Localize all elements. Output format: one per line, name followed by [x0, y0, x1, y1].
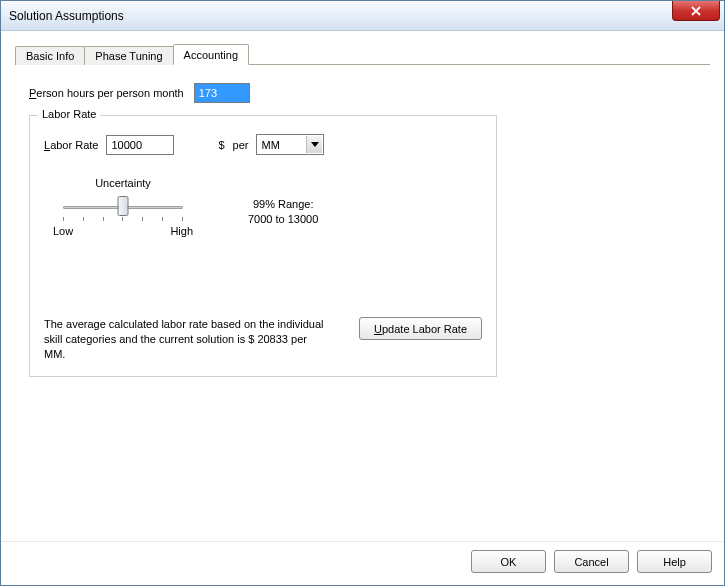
range-title: 99% Range: [248, 197, 318, 212]
labor-rate-row: Labor Rate $ per MM [44, 134, 482, 155]
slider-labels: Low High [53, 225, 193, 237]
button-bar: OK Cancel Help [1, 541, 724, 585]
content-area: Basic Info Phase Tuning Accounting Perso… [1, 31, 724, 541]
labor-bottom-row: The average calculated labor rate based … [44, 317, 482, 362]
uncertainty-slider-block: Uncertainty Low High [48, 177, 198, 237]
per-label: per [233, 139, 249, 151]
tab-accounting[interactable]: Accounting [173, 44, 249, 65]
person-hours-row: Person hours per person month [29, 83, 696, 103]
slider-thumb[interactable] [118, 196, 129, 216]
titlebar: Solution Assumptions [1, 1, 724, 31]
person-hours-label: Person hours per person month [29, 87, 184, 99]
labor-rate-legend: Labor Rate [38, 108, 100, 120]
range-values: 7000 to 13000 [248, 212, 318, 227]
tab-phase-tuning[interactable]: Phase Tuning [84, 46, 173, 65]
uncertainty-block: Uncertainty Low High [48, 177, 482, 237]
chevron-down-icon [306, 136, 322, 153]
labor-rate-group: Labor Rate Labor Rate $ per MM [29, 115, 497, 377]
tab-basic-info[interactable]: Basic Info [15, 46, 85, 65]
labor-rate-label: Labor Rate [44, 139, 98, 151]
labor-description: The average calculated labor rate based … [44, 317, 324, 362]
range-block: 99% Range: 7000 to 13000 [248, 197, 318, 228]
unit-selected-value: MM [261, 139, 279, 151]
tabs-strip: Basic Info Phase Tuning Accounting [15, 43, 710, 65]
accounting-panel: Person hours per person month Labor Rate… [15, 65, 710, 533]
ok-button[interactable]: OK [471, 550, 546, 573]
help-button[interactable]: Help [637, 550, 712, 573]
window-title: Solution Assumptions [9, 9, 124, 23]
unit-select[interactable]: MM [256, 134, 324, 155]
slider-high-label: High [170, 225, 193, 237]
uncertainty-label: Uncertainty [95, 177, 151, 189]
slider-low-label: Low [53, 225, 73, 237]
currency-label: $ [218, 139, 224, 151]
dialog-window: Solution Assumptions Basic Info Phase Tu… [0, 0, 725, 586]
close-button[interactable] [672, 1, 720, 21]
close-icon [691, 6, 701, 16]
labor-rate-input[interactable] [106, 135, 174, 155]
update-labor-rate-button[interactable]: Update Labor Rate [359, 317, 482, 340]
cancel-button[interactable]: Cancel [554, 550, 629, 573]
uncertainty-slider[interactable] [63, 195, 183, 219]
person-hours-input[interactable] [194, 83, 250, 103]
